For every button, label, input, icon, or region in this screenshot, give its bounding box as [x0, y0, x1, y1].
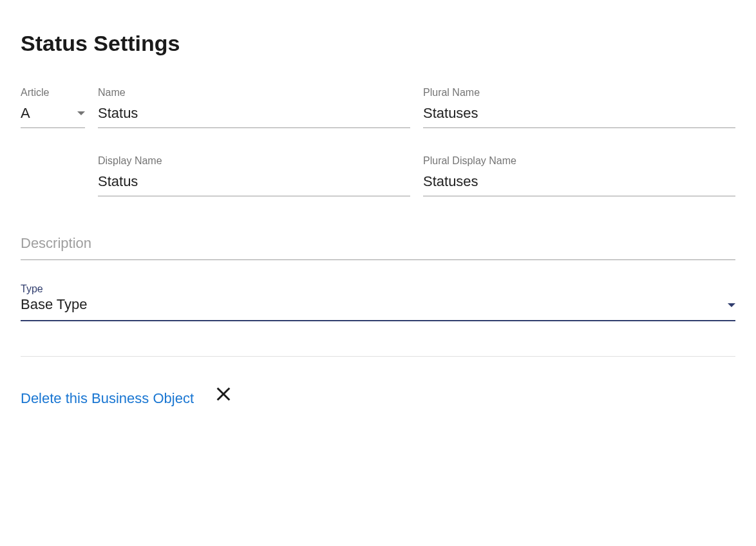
article-value: A — [21, 104, 77, 124]
type-label: Type — [21, 283, 43, 294]
name-field: Name Status — [98, 87, 410, 128]
field-spacer — [21, 155, 85, 196]
description-input-wrap[interactable]: Description — [21, 234, 735, 261]
display-name-label: Display Name — [98, 155, 410, 167]
delete-business-object-link[interactable]: Delete this Business Object — [21, 390, 194, 407]
name-input-wrap[interactable]: Status — [98, 104, 410, 128]
article-label: Article — [21, 87, 85, 99]
display-name-field: Display Name Status — [98, 155, 410, 196]
close-icon — [214, 385, 232, 403]
plural-name-label: Plural Name — [423, 87, 735, 99]
description-placeholder: Description — [21, 235, 91, 251]
name-label: Name — [98, 87, 410, 99]
article-field: Article A — [21, 87, 85, 128]
plural-name-field: Plural Name Statuses — [423, 87, 735, 128]
article-select[interactable]: A — [21, 104, 85, 128]
plural-display-name-input-wrap[interactable]: Statuses — [423, 172, 735, 196]
plural-display-name-field: Plural Display Name Statuses — [423, 155, 735, 196]
divider — [21, 356, 735, 357]
name-input: Status — [98, 105, 138, 121]
chevron-down-icon — [728, 303, 735, 307]
plural-display-name-label: Plural Display Name — [423, 155, 735, 167]
type-field: Type Base Type — [21, 283, 735, 321]
display-name-input: Status — [98, 173, 138, 189]
close-button[interactable] — [214, 385, 232, 406]
plural-name-input: Statuses — [423, 105, 478, 121]
description-field: Description — [21, 234, 735, 261]
plural-name-input-wrap[interactable]: Statuses — [423, 104, 735, 128]
type-value: Base Type — [21, 295, 728, 315]
chevron-down-icon — [77, 111, 85, 115]
page-title: Status Settings — [21, 31, 735, 56]
display-name-input-wrap[interactable]: Status — [98, 172, 410, 196]
plural-display-name-input: Statuses — [423, 173, 478, 189]
type-select[interactable]: Base Type — [21, 295, 735, 321]
